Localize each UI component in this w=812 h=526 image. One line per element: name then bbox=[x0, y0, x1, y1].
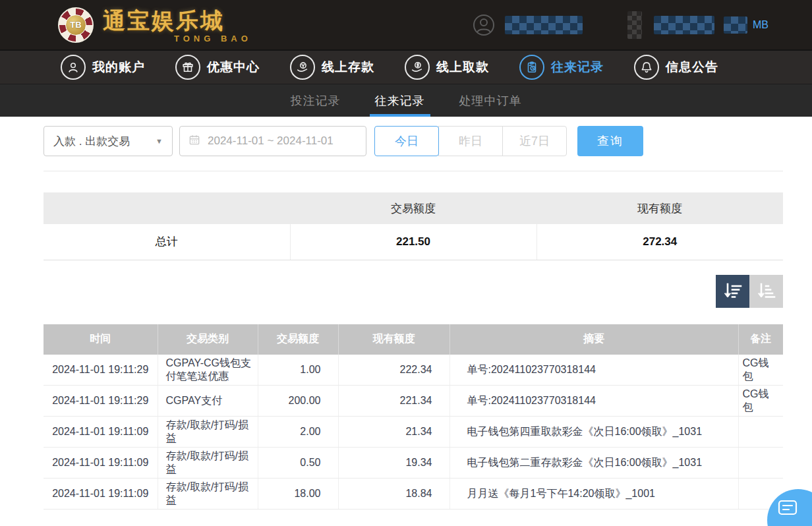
tab-pending-orders[interactable]: 处理中订单 bbox=[458, 84, 523, 117]
sort-descending-icon bbox=[723, 282, 743, 301]
balance-redacted-2 bbox=[724, 16, 747, 34]
chevron-down-icon: ▼ bbox=[156, 137, 163, 145]
sort-ascending-button[interactable] bbox=[749, 275, 783, 308]
chip-monogram: TB bbox=[65, 15, 86, 36]
bell-icon bbox=[634, 55, 659, 80]
sort-controls bbox=[44, 275, 783, 308]
col-time: 时间 bbox=[44, 324, 158, 355]
divider bbox=[44, 171, 783, 171]
tab-bet-records[interactable]: 投注记录 bbox=[289, 84, 342, 117]
brand-logo[interactable]: TB 通宝娱乐城 TONG BAO bbox=[58, 6, 252, 44]
summary-header-empty bbox=[44, 192, 290, 224]
date-range-input[interactable]: 2024-11-01 ~ 2024-11-01 bbox=[179, 126, 366, 156]
col-balance: 现有额度 bbox=[338, 324, 450, 355]
summary-header-transaction: 交易额度 bbox=[290, 192, 536, 224]
table-row: 2024-11-01 19:11:29 CGPAY支付 200.00 221.3… bbox=[44, 386, 783, 417]
brand-subtitle: TONG BAO bbox=[174, 34, 252, 44]
nav-deposit[interactable]: 线上存款 bbox=[290, 55, 374, 80]
balance-unit: MB bbox=[753, 19, 768, 31]
content-area: 入款 . 出款交易 ▼ 2024-11-01 ~ 2024-11-01 今日 昨… bbox=[0, 117, 812, 510]
balance-icon-redacted bbox=[627, 11, 642, 39]
col-type: 交易类别 bbox=[158, 324, 258, 355]
deposit-icon bbox=[290, 55, 315, 80]
top-header: TB 通宝娱乐城 TONG BAO MB bbox=[0, 0, 812, 49]
transactions-table: 时间 交易类别 交易额度 现有额度 摘要 备注 2024-11-01 19:11… bbox=[44, 324, 783, 510]
account-avatar-icon[interactable] bbox=[472, 13, 496, 37]
filter-row: 入款 . 出款交易 ▼ 2024-11-01 ~ 2024-11-01 今日 昨… bbox=[44, 126, 783, 156]
col-amount: 交易额度 bbox=[258, 324, 338, 355]
casino-chip-icon: TB bbox=[58, 7, 94, 43]
record-tabs: 投注记录 往来记录 处理中订单 bbox=[0, 84, 812, 117]
calendar-icon bbox=[188, 133, 201, 150]
quick-today-button[interactable]: 今日 bbox=[374, 126, 439, 156]
summary-transaction-total: 221.50 bbox=[290, 224, 536, 260]
quick-week-button[interactable]: 近7日 bbox=[502, 126, 567, 156]
nav-withdraw[interactable]: 线上取款 bbox=[405, 55, 489, 80]
balance-redacted bbox=[654, 16, 714, 34]
nav-announcements[interactable]: 信息公告 bbox=[634, 55, 718, 80]
summary-total-label: 总计 bbox=[44, 224, 290, 260]
transaction-type-select[interactable]: 入款 . 出款交易 ▼ bbox=[44, 126, 173, 156]
gift-icon bbox=[175, 55, 200, 80]
username-redacted[interactable] bbox=[505, 16, 583, 34]
sort-descending-button[interactable] bbox=[716, 275, 749, 308]
summary-total-row: 总计 221.50 272.34 bbox=[44, 224, 783, 260]
user-icon bbox=[61, 55, 86, 80]
nav-transactions[interactable]: 往来记录 bbox=[519, 55, 604, 80]
tab-transaction-records[interactable]: 往来记录 bbox=[374, 84, 426, 117]
summary-header-balance: 现有额度 bbox=[536, 192, 783, 224]
main-nav: 我的账户 优惠中心 线上存款 线上取款 往来记录 信息公告 bbox=[0, 49, 812, 84]
summary-table: 交易额度 现有额度 总计 221.50 272.34 bbox=[44, 192, 783, 260]
col-note: 备注 bbox=[738, 324, 783, 355]
table-row: 2024-11-01 19:11:29 CGPAY-CG钱包支付笔笔送优惠 1.… bbox=[44, 355, 783, 386]
quick-yesterday-button[interactable]: 昨日 bbox=[438, 126, 503, 156]
sort-ascending-icon bbox=[757, 282, 776, 301]
summary-balance-total: 272.34 bbox=[536, 224, 783, 260]
brand-title: 通宝娱乐城 bbox=[103, 6, 252, 36]
search-button[interactable]: 查询 bbox=[577, 126, 643, 156]
service-card-icon bbox=[778, 500, 798, 517]
table-row: 2024-11-01 19:11:09 存款/取款/打码/损益 0.50 19.… bbox=[44, 448, 783, 479]
user-area: MB bbox=[472, 11, 768, 39]
nav-promotions[interactable]: 优惠中心 bbox=[175, 55, 260, 80]
table-row: 2024-11-01 19:11:09 存款/取款/打码/损益 18.00 18… bbox=[44, 479, 783, 510]
nav-my-account[interactable]: 我的账户 bbox=[61, 55, 145, 80]
records-icon bbox=[519, 55, 544, 80]
quick-range-group: 今日 昨日 近7日 bbox=[374, 126, 567, 156]
col-summary: 摘要 bbox=[450, 324, 738, 355]
table-header-row: 时间 交易类别 交易额度 现有额度 摘要 备注 bbox=[44, 324, 783, 355]
withdraw-icon bbox=[405, 55, 430, 80]
table-row: 2024-11-01 19:11:09 存款/取款/打码/损益 2.00 21.… bbox=[44, 417, 783, 448]
